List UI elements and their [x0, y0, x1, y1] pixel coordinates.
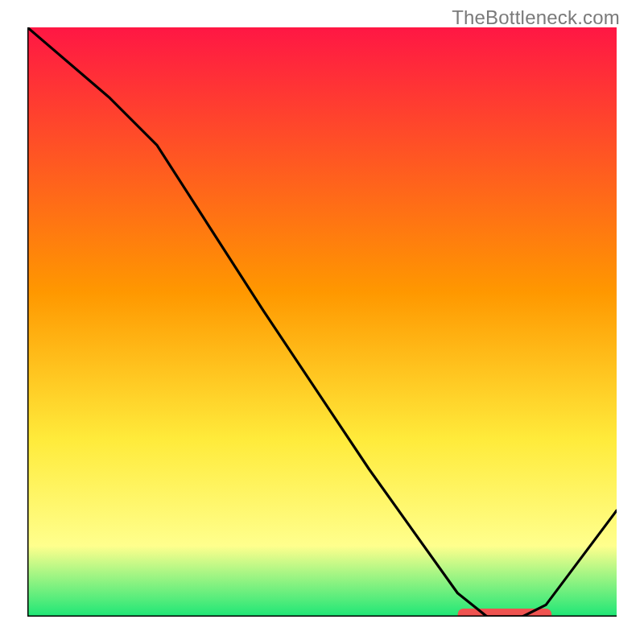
plot-area — [27, 27, 617, 617]
chart-frame: TheBottleneck.com — [0, 0, 644, 644]
watermark-text: TheBottleneck.com — [452, 6, 620, 29]
gradient-background — [27, 27, 617, 617]
chart-svg — [27, 27, 617, 617]
